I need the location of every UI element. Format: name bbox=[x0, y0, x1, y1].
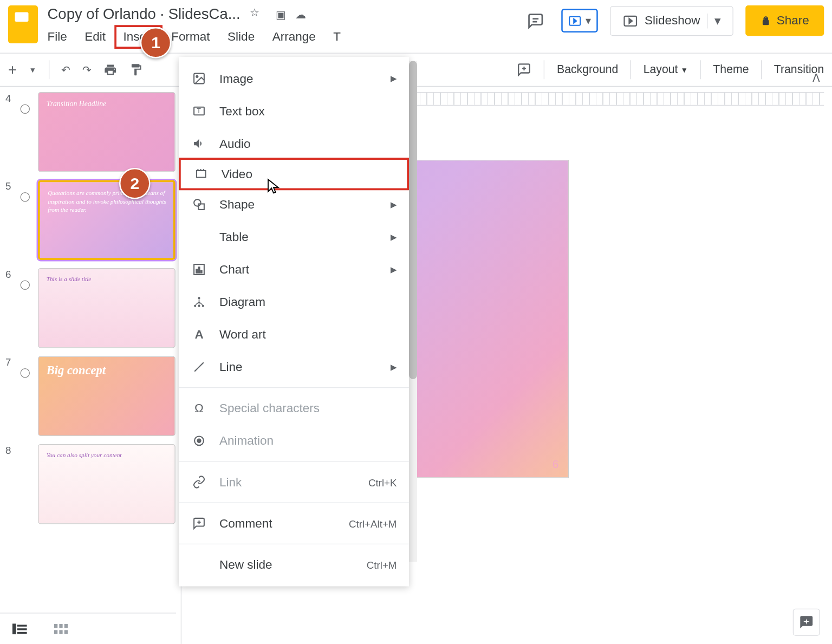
slide-thumbnail-selected[interactable]: Quotations are commonly printed as a mea… bbox=[37, 180, 175, 261]
image-icon bbox=[191, 70, 207, 87]
explore-button[interactable] bbox=[793, 609, 820, 636]
comment-add-icon[interactable] bbox=[517, 62, 532, 77]
menu-slide[interactable]: Slide bbox=[227, 30, 255, 44]
paint-icon[interactable] bbox=[129, 63, 142, 76]
thumb-number: 7 bbox=[5, 356, 15, 437]
submenu-arrow-icon: ▶ bbox=[391, 232, 396, 242]
menu-item-link: LinkCtrl+K bbox=[179, 466, 409, 498]
slide-thumbnail[interactable]: Transition Headline bbox=[37, 92, 175, 172]
svg-rect-19 bbox=[201, 271, 202, 273]
background-button[interactable]: Background bbox=[557, 63, 618, 76]
thumb-number: 4 bbox=[5, 92, 15, 172]
slide-page-number: 6 bbox=[552, 458, 558, 471]
menu-item-comment[interactable]: CommentCtrl+Alt+M bbox=[179, 507, 409, 539]
svg-text:T: T bbox=[197, 107, 201, 115]
slide-thumbnail[interactable]: You can also split your content bbox=[37, 444, 175, 524]
svg-point-14 bbox=[194, 199, 201, 206]
svg-line-24 bbox=[194, 362, 204, 372]
wordart-icon: A bbox=[191, 327, 207, 343]
svg-rect-29 bbox=[12, 623, 16, 634]
animation-indicator-icon bbox=[20, 368, 30, 378]
menu-item-diagram[interactable]: Diagram bbox=[179, 286, 409, 318]
slide-panel: 4Transition Headline 5Quotations are com… bbox=[0, 87, 181, 644]
menu-item-image[interactable]: Image▶ bbox=[179, 62, 409, 95]
comments-icon[interactable] bbox=[522, 7, 549, 34]
redo-icon[interactable]: ↷ bbox=[82, 63, 91, 76]
svg-point-20 bbox=[198, 297, 200, 299]
annotation-callout-2: 2 bbox=[119, 168, 151, 199]
menu-file[interactable]: File bbox=[48, 30, 67, 44]
menu-item-animation: Animation bbox=[179, 425, 409, 457]
animation-icon bbox=[191, 433, 207, 449]
move-icon[interactable]: ▣ bbox=[276, 8, 286, 21]
svg-point-23 bbox=[202, 305, 204, 307]
svg-point-26 bbox=[197, 439, 200, 443]
menu-item-line[interactable]: Line▶ bbox=[179, 351, 409, 383]
svg-rect-38 bbox=[64, 630, 68, 634]
shape-icon bbox=[191, 197, 207, 213]
menu-item-audio[interactable]: Audio bbox=[179, 127, 409, 160]
doc-title[interactable]: Copy of Orlando · SlidesCa... bbox=[48, 5, 240, 23]
svg-rect-7 bbox=[763, 19, 769, 24]
menu-item-special-chars: ΩSpecial characters bbox=[179, 392, 409, 425]
menu-item-shape[interactable]: Shape▶ bbox=[179, 188, 409, 221]
slide-thumbnail[interactable]: This is a slide title bbox=[37, 268, 175, 348]
svg-rect-33 bbox=[54, 623, 57, 627]
new-slide-button[interactable]: + bbox=[8, 61, 17, 79]
dropdown-scrollbar[interactable] bbox=[409, 61, 417, 562]
thumb-number: 5 bbox=[5, 180, 15, 261]
svg-marker-5 bbox=[629, 18, 632, 23]
filmstrip-view-icon[interactable] bbox=[12, 623, 28, 634]
undo-icon[interactable]: ↶ bbox=[61, 63, 70, 76]
share-button[interactable]: Share bbox=[745, 5, 824, 36]
svg-rect-18 bbox=[198, 267, 199, 272]
animation-indicator-icon bbox=[20, 192, 30, 202]
expand-icon[interactable]: ᐱ bbox=[812, 72, 820, 85]
textbox-icon: T bbox=[191, 103, 207, 119]
cloud-icon[interactable]: ☁ bbox=[295, 8, 306, 21]
menu-arrange[interactable]: Arrange bbox=[272, 30, 316, 44]
diagram-icon bbox=[191, 294, 207, 310]
menu-item-chart[interactable]: Chart▶ bbox=[179, 253, 409, 286]
svg-rect-35 bbox=[64, 623, 68, 627]
animation-indicator-icon bbox=[20, 105, 30, 114]
menu-item-new-slide[interactable]: New slideCtrl+M bbox=[179, 549, 409, 581]
svg-rect-32 bbox=[17, 632, 27, 633]
submenu-arrow-icon: ▶ bbox=[391, 200, 396, 210]
grid-view-icon[interactable] bbox=[54, 623, 68, 634]
menu-tools[interactable]: T bbox=[333, 30, 341, 44]
svg-rect-31 bbox=[17, 628, 27, 630]
star-icon[interactable]: ☆ bbox=[250, 6, 266, 22]
print-icon[interactable] bbox=[103, 63, 117, 76]
submenu-arrow-icon: ▶ bbox=[391, 362, 396, 372]
line-icon bbox=[191, 359, 207, 375]
menu-format[interactable]: Format bbox=[171, 30, 210, 44]
thumb-number: 8 bbox=[5, 444, 15, 524]
svg-rect-17 bbox=[196, 270, 197, 273]
menu-item-video[interactable]: Video bbox=[179, 158, 409, 190]
svg-rect-37 bbox=[59, 630, 62, 634]
chart-icon bbox=[191, 262, 207, 278]
svg-rect-34 bbox=[59, 623, 62, 627]
menu-edit[interactable]: Edit bbox=[84, 30, 106, 44]
omega-icon: Ω bbox=[191, 400, 207, 417]
thumb-number: 6 bbox=[5, 268, 15, 348]
annotation-callout-1: 1 bbox=[140, 27, 172, 58]
layout-button[interactable]: Layout▼ bbox=[644, 63, 688, 76]
svg-point-22 bbox=[198, 305, 200, 307]
slideshow-button[interactable]: Slideshow ▾ bbox=[610, 6, 733, 36]
menu-item-wordart[interactable]: AWord art bbox=[179, 318, 409, 351]
link-icon bbox=[191, 474, 207, 490]
menu-item-textbox[interactable]: TText box bbox=[179, 95, 409, 127]
audio-icon bbox=[191, 135, 207, 152]
slide-thumbnail[interactable]: Big concept bbox=[37, 356, 175, 437]
svg-rect-36 bbox=[54, 630, 57, 634]
svg-marker-3 bbox=[574, 18, 576, 23]
svg-rect-30 bbox=[17, 625, 27, 626]
theme-button[interactable]: Theme bbox=[713, 63, 749, 76]
menu-item-table[interactable]: Table▶ bbox=[179, 221, 409, 253]
present-button[interactable]: ▾ bbox=[561, 9, 598, 32]
submenu-arrow-icon: ▶ bbox=[391, 74, 396, 83]
comment-icon bbox=[191, 515, 207, 531]
app-logo[interactable] bbox=[8, 5, 38, 43]
